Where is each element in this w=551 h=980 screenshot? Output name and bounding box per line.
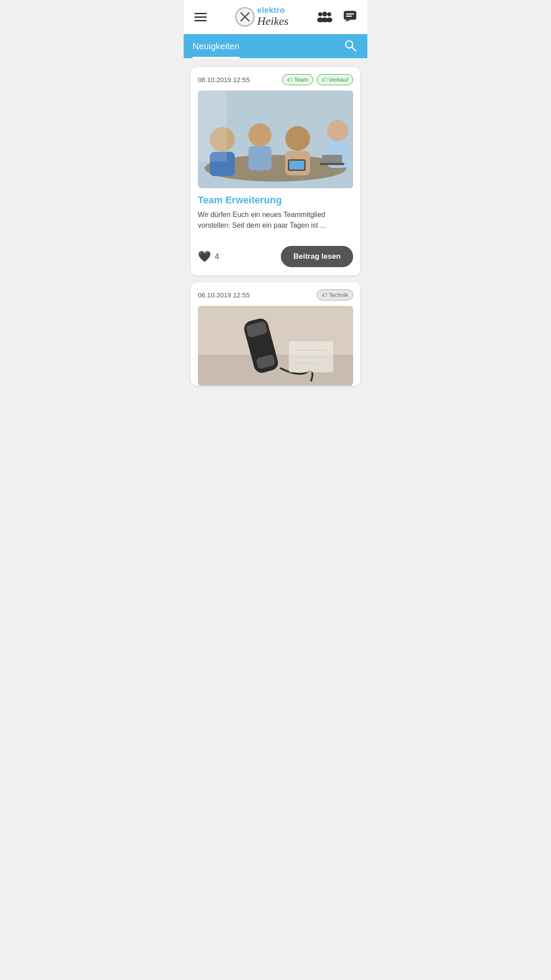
tag-team-icon: 🏷: [287, 77, 292, 83]
chat-button[interactable]: [342, 8, 358, 26]
search-button[interactable]: [342, 38, 358, 55]
tag-technik-label: Technik: [329, 292, 348, 298]
card-header-2: 06.10.2019 12:55 🏷 Technik: [191, 282, 360, 386]
logo-text: elektro Heikes: [257, 6, 289, 28]
post-card-1: 08.10.2019 12:55 🏷 Team 🏷 Verkauf: [191, 67, 360, 275]
menu-button[interactable]: [193, 11, 209, 23]
post-date-2: 06.10.2019 12:55: [198, 291, 250, 299]
header-actions: [315, 8, 358, 26]
app-header: elektro Heikes: [184, 0, 367, 34]
tag-team-label: Team: [294, 76, 308, 83]
svg-point-21: [248, 123, 272, 146]
post-tags-1: 🏷 Team 🏷 Verkauf: [282, 74, 353, 85]
heart-icon[interactable]: 🖤: [198, 250, 211, 263]
logo-icon: [235, 7, 255, 27]
svg-rect-13: [346, 13, 354, 14]
svg-rect-31: [198, 91, 227, 162]
card-meta-2: 06.10.2019 12:55 🏷 Technik: [198, 289, 353, 300]
post-image-2: [198, 306, 353, 386]
like-section-1: 🖤 4: [198, 250, 219, 263]
tag-technik-icon: 🏷: [322, 292, 327, 298]
logo: elektro Heikes: [235, 6, 289, 28]
card-meta-1: 08.10.2019 12:55 🏷 Team 🏷 Verkauf: [198, 74, 353, 85]
like-count-1: 4: [215, 252, 219, 261]
card-header-1: 08.10.2019 12:55 🏷 Team 🏷 Verkauf: [191, 67, 360, 188]
post-excerpt-1: Wir dürfen Euch ein neues Teammitglied v…: [198, 209, 353, 231]
tag-team[interactable]: 🏷 Team: [282, 74, 313, 85]
svg-point-10: [321, 17, 328, 22]
logo-heikes: Heikes: [257, 15, 289, 28]
post-image-1: [198, 91, 353, 188]
svg-rect-30: [322, 155, 342, 163]
svg-rect-28: [289, 161, 304, 170]
svg-point-23: [285, 126, 310, 151]
svg-point-5: [318, 12, 322, 16]
tag-technik[interactable]: 🏷 Technik: [317, 289, 353, 300]
card-footer-1: 🖤 4 Beitrag lesen: [191, 241, 360, 275]
post-date-1: 08.10.2019 12:55: [198, 76, 250, 83]
hamburger-icon: [194, 13, 207, 21]
nav-bar: Neuigkeiten: [184, 34, 367, 58]
card-body-1: Team Erweiterung Wir dürfen Euch ein neu…: [191, 188, 360, 241]
logo-elektro: elektro: [257, 6, 289, 15]
tag-verkauf[interactable]: 🏷 Verkauf: [317, 74, 353, 85]
search-icon: [344, 40, 357, 52]
tag-verkauf-icon: 🏷: [322, 77, 327, 83]
people-icon: [317, 10, 333, 23]
nav-tab-neuigkeiten[interactable]: Neuigkeiten: [193, 34, 240, 58]
svg-rect-22: [248, 146, 272, 170]
svg-line-16: [352, 47, 356, 51]
svg-marker-12: [346, 20, 351, 22]
read-button-1[interactable]: Beitrag lesen: [281, 246, 353, 267]
post-card-2: 06.10.2019 12:55 🏷 Technik: [191, 282, 360, 386]
svg-point-9: [323, 12, 327, 16]
content-area: 08.10.2019 12:55 🏷 Team 🏷 Verkauf: [184, 58, 367, 395]
chat-icon: [343, 10, 357, 23]
post-tags-2: 🏷 Technik: [317, 289, 353, 300]
post-title-1: Team Erweiterung: [198, 194, 353, 206]
svg-point-7: [327, 12, 331, 16]
svg-rect-14: [346, 16, 352, 17]
people-button[interactable]: [315, 8, 335, 26]
svg-point-25: [327, 120, 348, 141]
svg-rect-29: [320, 163, 344, 165]
svg-rect-11: [344, 11, 356, 20]
tag-verkauf-label: Verkauf: [329, 76, 348, 83]
